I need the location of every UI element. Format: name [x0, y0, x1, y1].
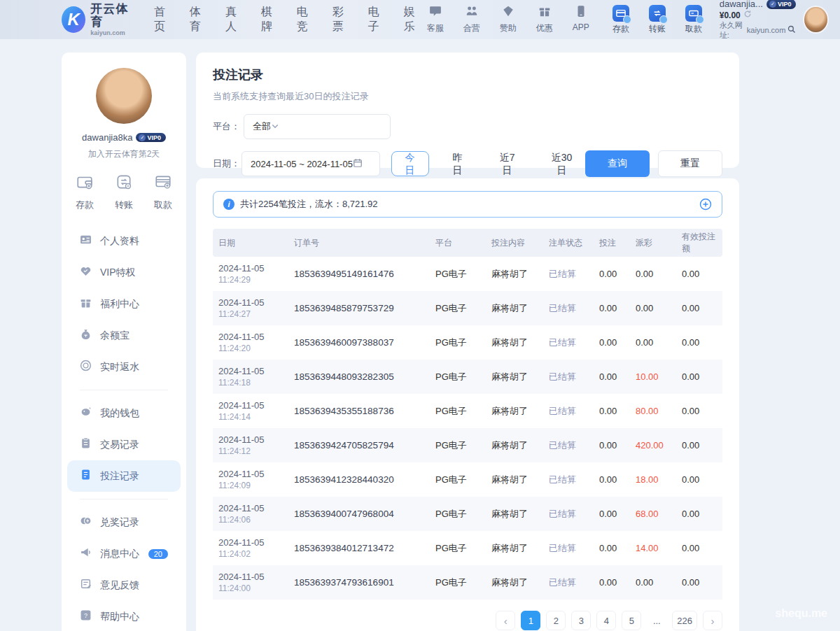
- transfer-button[interactable]: 转账: [644, 5, 671, 35]
- cell-bet: 0.00: [594, 531, 630, 565]
- wallet-actions: 存款 转账 取款: [608, 5, 707, 35]
- sidebar-item-welfare[interactable]: 福利中心: [67, 288, 181, 320]
- platform-select[interactable]: 全部: [244, 114, 391, 139]
- partners-button[interactable]: 合营: [459, 5, 484, 34]
- cell-valid: 0.00: [676, 325, 722, 360]
- cell-date: 2024-11-0511:24:29: [213, 257, 288, 291]
- cell-content: 麻将胡了: [486, 531, 543, 565]
- sidebar-item-vip[interactable]: VIP特权: [67, 257, 181, 288]
- nav-live[interactable]: 真人: [225, 5, 244, 34]
- cell-order: 1853639374793616901: [288, 565, 430, 600]
- sidebar-item-feedback[interactable]: 意见反馈: [67, 569, 181, 601]
- page-prev-button[interactable]: ‹: [496, 611, 515, 630]
- sidebar-item-help[interactable]: ? 帮助中心: [67, 601, 181, 631]
- cell-valid: 0.00: [676, 291, 722, 325]
- sidebar-item-yuebao[interactable]: 余额宝: [67, 320, 181, 351]
- cell-bet: 0.00: [594, 565, 630, 600]
- quick-withdraw-button[interactable]: 取款: [154, 173, 172, 211]
- nav-sports[interactable]: 体育: [190, 5, 209, 34]
- page-title: 投注记录: [213, 66, 722, 83]
- cell-date: 2024-11-0511:24:00: [213, 565, 288, 600]
- sidebar-item-rebate[interactable]: 实时返水: [67, 351, 181, 383]
- sponsor-button[interactable]: 赞助: [496, 5, 521, 34]
- deposit-button[interactable]: 存款: [608, 5, 634, 35]
- service-button[interactable]: 客服: [423, 5, 448, 34]
- page-next-button[interactable]: ›: [703, 611, 722, 630]
- nav-slots[interactable]: 电子: [368, 5, 387, 34]
- transfer-icon: [649, 5, 666, 22]
- range-yesterday-button[interactable]: 昨日: [439, 151, 477, 176]
- cell-payout: 14.00: [630, 531, 676, 565]
- brand-logo[interactable]: K 开云体育 kaiyun.com: [62, 3, 136, 36]
- vip-badge: ✓VIP0: [766, 0, 797, 9]
- welfare-gift-icon: [80, 297, 92, 311]
- sidebar-item-transactions[interactable]: 交易记录: [67, 429, 181, 460]
- table-row: 2024-11-0511:24:271853639485879753729PG电…: [213, 291, 722, 325]
- cell-order: 1853639400747968004: [288, 497, 430, 531]
- vip-heart-icon: [80, 265, 92, 280]
- cell-bet: 0.00: [594, 462, 630, 497]
- nav-entertainment[interactable]: 娱乐: [404, 5, 423, 34]
- phone-icon: [575, 5, 587, 20]
- range-30days-button[interactable]: 近30日: [538, 151, 585, 176]
- header-valid: 有效投注额: [676, 229, 722, 257]
- page-button-3[interactable]: 3: [571, 611, 591, 630]
- cell-payout: 80.00: [630, 394, 676, 428]
- page-button-226[interactable]: 226: [672, 611, 697, 630]
- nav-home[interactable]: 首页: [154, 5, 173, 34]
- plus-circle-icon[interactable]: [699, 198, 712, 211]
- table-row: 2024-11-0511:24:061853639400747968004PG电…: [213, 497, 722, 531]
- withdraw-button[interactable]: 取款: [680, 5, 707, 35]
- coins-icon: [80, 515, 92, 530]
- quick-transfer-button[interactable]: 转账: [115, 173, 133, 211]
- nav-lottery[interactable]: 彩票: [332, 5, 351, 34]
- search-button[interactable]: 查询: [585, 150, 650, 177]
- nav-esports[interactable]: 电竞: [297, 5, 316, 34]
- nav-chess[interactable]: 棋牌: [261, 5, 280, 34]
- profile-avatar[interactable]: [96, 68, 152, 124]
- cell-content: 麻将胡了: [486, 291, 543, 325]
- range-today-button[interactable]: 今日: [391, 151, 429, 176]
- user-info: dawanjia... ✓VIP0 ¥0.00 永久网址: kaiyun.com: [720, 0, 797, 41]
- date-range-input[interactable]: 2024-11-05 ~ 2024-11-05: [241, 151, 380, 176]
- header-platform: 平台: [430, 229, 486, 257]
- cell-platform: PG电子: [430, 497, 486, 531]
- page-button-2[interactable]: 2: [546, 611, 566, 630]
- cell-order: 1853639485879753729: [288, 291, 430, 325]
- brand-k-icon: K: [62, 6, 85, 33]
- profile-vip-badge: ✓VIP0: [136, 133, 166, 142]
- promo-button[interactable]: 优惠: [532, 5, 557, 34]
- range-7days-button[interactable]: 近7日: [486, 151, 528, 176]
- sidebar-item-prizes[interactable]: 兑奖记录: [67, 506, 181, 538]
- page-button-1[interactable]: 1: [521, 611, 540, 630]
- table-row: 2024-11-0511:24:201853639460097388037PG电…: [213, 325, 722, 360]
- cell-order: 1853639495149161476: [288, 257, 430, 291]
- cell-date: 2024-11-0511:24:02: [213, 531, 288, 565]
- avatar[interactable]: [803, 6, 829, 34]
- cell-order: 1853639448093282305: [288, 360, 430, 394]
- money-bag-icon: [80, 328, 92, 343]
- cell-bet: 0.00: [594, 394, 630, 428]
- sidebar-item-messages[interactable]: 消息中心 20: [67, 538, 181, 569]
- quick-deposit-button[interactable]: 存款: [76, 173, 94, 211]
- partners-icon: [465, 5, 478, 20]
- reset-button[interactable]: 重置: [658, 150, 722, 177]
- cell-date: 2024-11-0511:24:27: [213, 291, 288, 325]
- search-icon[interactable]: [788, 25, 796, 36]
- sidebar-item-wallet[interactable]: 我的钱包: [67, 397, 181, 429]
- join-days-text: 加入开云体育第2天: [62, 148, 186, 160]
- sidebar-item-bet-records[interactable]: 投注记录: [67, 460, 181, 492]
- cell-content: 麻将胡了: [486, 257, 543, 291]
- app-button[interactable]: APP: [568, 5, 594, 34]
- chevron-down-icon: [271, 122, 279, 132]
- cell-content: 麻将胡了: [486, 462, 543, 497]
- table-row: 2024-11-0511:24:001853639374793616901PG电…: [213, 565, 722, 600]
- sidebar-item-profile[interactable]: 个人资料: [67, 225, 181, 257]
- table-row: 2024-11-0511:24:121853639424705825794PG电…: [213, 428, 722, 462]
- refresh-icon[interactable]: [743, 10, 752, 21]
- page-button-5[interactable]: 5: [622, 611, 641, 630]
- cell-date: 2024-11-0511:24:20: [213, 325, 288, 360]
- calendar-icon: [353, 158, 363, 170]
- sidebar-divider: [80, 390, 168, 390]
- page-button-4[interactable]: 4: [596, 611, 616, 630]
